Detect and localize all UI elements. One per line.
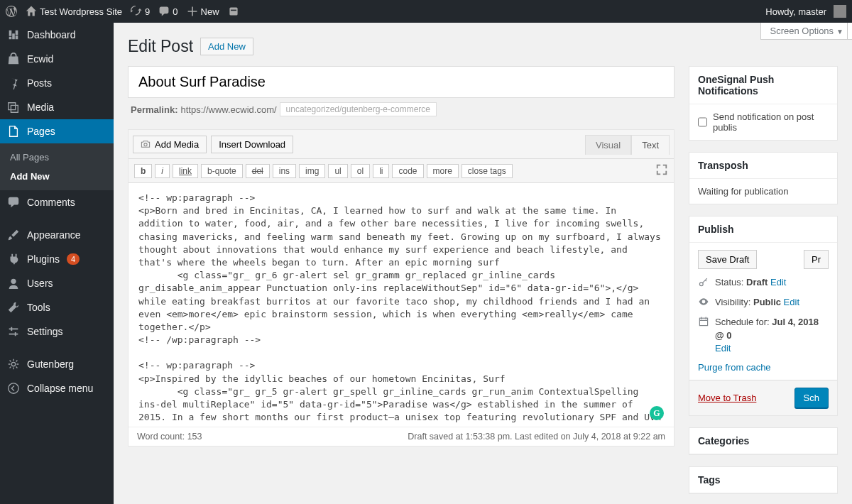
home-icon bbox=[26, 6, 37, 17]
edit-visibility-link[interactable]: Edit bbox=[784, 297, 799, 307]
visual-tab[interactable]: Visual bbox=[585, 135, 631, 155]
add-media-button[interactable]: Add Media bbox=[133, 136, 207, 153]
updates-count: 9 bbox=[145, 6, 150, 17]
draft-saved-status: Draft saved at 1:53:38 pm. Last edited o… bbox=[408, 432, 665, 442]
qt-bquote[interactable]: b-quote bbox=[201, 164, 243, 178]
qt-ol[interactable]: ol bbox=[351, 164, 370, 178]
schedule-button[interactable]: Sch bbox=[794, 388, 829, 408]
sidebar-submenu-pages: All Pages Add New bbox=[0, 143, 114, 190]
screen-options-tab[interactable]: Screen Options▼ bbox=[760, 23, 852, 40]
sidebar-item-pages[interactable]: Pages bbox=[0, 119, 114, 143]
edit-schedule-link[interactable]: Edit bbox=[715, 343, 731, 354]
sidebar-item-collapse[interactable]: Collapse menu bbox=[0, 376, 114, 400]
howdy-label: Howdy, master bbox=[765, 6, 826, 17]
avatar bbox=[834, 5, 846, 18]
admin-sidebar: Dashboard Ecwid Posts Media Pages All Pa… bbox=[0, 23, 114, 504]
qt-img[interactable]: img bbox=[299, 164, 325, 178]
sidebar-label: Users bbox=[27, 278, 53, 289]
onesignal-title: OneSignal Push Notifications bbox=[689, 67, 837, 104]
insert-download-button[interactable]: Insert Download bbox=[211, 136, 293, 153]
purge-cache-link[interactable]: Purge from cache bbox=[698, 362, 771, 373]
sidebar-item-media[interactable]: Media bbox=[0, 95, 114, 119]
admin-bar: Test Wordpress Site 9 0 New Howdy, maste… bbox=[0, 0, 852, 23]
status-label: Status: bbox=[715, 277, 743, 287]
new-link[interactable]: New bbox=[187, 6, 219, 17]
fullscreen-button[interactable] bbox=[655, 163, 668, 178]
status-value: Draft bbox=[746, 277, 768, 287]
comment-icon bbox=[7, 196, 20, 209]
comments-link[interactable]: 0 bbox=[158, 6, 178, 17]
post-title-input[interactable] bbox=[128, 66, 674, 98]
permalink-slug-input[interactable]: uncategorized/gutenberg-e-commerce bbox=[280, 102, 437, 116]
sidebar-label: Media bbox=[27, 102, 54, 113]
brush-icon bbox=[7, 229, 20, 241]
sidebar-item-plugins[interactable]: Plugins4 bbox=[0, 247, 114, 271]
plugin-icon bbox=[7, 253, 20, 265]
publish-box: Publish Save Draft Pr Status: Draft Edit… bbox=[689, 216, 838, 416]
sidebar-item-ecwid[interactable]: Ecwid bbox=[0, 47, 114, 71]
text-tab[interactable]: Text bbox=[631, 135, 670, 155]
chevron-down-icon: ▼ bbox=[836, 28, 843, 35]
media-icon bbox=[7, 101, 20, 114]
wp-logo[interactable] bbox=[6, 6, 17, 17]
key-icon bbox=[698, 276, 709, 287]
sidebar-item-users[interactable]: Users bbox=[0, 271, 114, 295]
svg-point-2 bbox=[11, 279, 16, 284]
site-link[interactable]: Test Wordpress Site bbox=[26, 6, 122, 17]
editor-box: Add Media Insert Download Visual Text b … bbox=[128, 129, 674, 447]
qt-b[interactable]: b bbox=[134, 164, 152, 178]
svg-rect-0 bbox=[229, 7, 237, 15]
permalink-label: Permalink: bbox=[131, 104, 178, 115]
help-tab[interactable]: H bbox=[847, 23, 852, 40]
sidebar-label: Collapse menu bbox=[27, 383, 93, 394]
sidebar-label: Posts bbox=[27, 77, 52, 89]
content-textarea[interactable] bbox=[129, 183, 674, 424]
tags-box[interactable]: Tags bbox=[689, 466, 838, 494]
publish-title: Publish bbox=[689, 217, 837, 243]
tags-title: Tags bbox=[689, 467, 837, 493]
plus-icon bbox=[187, 6, 198, 17]
qt-ul[interactable]: ul bbox=[328, 164, 347, 178]
save-draft-button[interactable]: Save Draft bbox=[698, 250, 757, 269]
qt-link[interactable]: link bbox=[173, 164, 198, 178]
sidebar-sub-add-new[interactable]: Add New bbox=[0, 167, 114, 186]
user-icon bbox=[7, 277, 20, 290]
updates-link[interactable]: 9 bbox=[131, 6, 150, 17]
qt-li[interactable]: li bbox=[373, 164, 389, 178]
plugin-badge: 4 bbox=[67, 253, 80, 265]
onesignal-checkbox[interactable] bbox=[698, 117, 707, 127]
transposh-title: Transposh bbox=[689, 153, 837, 179]
store-link[interactable] bbox=[228, 6, 239, 17]
add-new-button[interactable]: Add New bbox=[200, 38, 253, 55]
new-label: New bbox=[201, 6, 219, 17]
eye-icon bbox=[698, 296, 709, 307]
qt-i[interactable]: i bbox=[155, 164, 170, 178]
comment-icon bbox=[158, 6, 170, 17]
calendar-icon bbox=[698, 316, 709, 327]
account-link[interactable]: Howdy, master bbox=[765, 5, 846, 18]
sidebar-item-posts[interactable]: Posts bbox=[0, 71, 114, 95]
categories-box[interactable]: Categories bbox=[689, 427, 838, 455]
grammarly-icon[interactable] bbox=[650, 406, 664, 420]
qt-ins[interactable]: ins bbox=[273, 164, 296, 178]
edit-status-link[interactable]: Edit bbox=[770, 277, 786, 287]
svg-point-3 bbox=[11, 362, 15, 366]
qt-code[interactable]: code bbox=[392, 164, 423, 178]
qt-more[interactable]: more bbox=[427, 164, 459, 178]
move-to-trash-link[interactable]: Move to Trash bbox=[698, 393, 756, 403]
sidebar-item-dashboard[interactable]: Dashboard bbox=[0, 23, 114, 47]
sidebar-item-appearance[interactable]: Appearance bbox=[0, 223, 114, 247]
sidebar-item-tools[interactable]: Tools bbox=[0, 295, 114, 319]
wordpress-icon bbox=[6, 6, 17, 17]
preview-button[interactable]: Pr bbox=[804, 250, 829, 269]
qt-del[interactable]: del bbox=[246, 164, 270, 178]
visibility-value: Public bbox=[753, 297, 781, 307]
quicktags-toolbar: b i link b-quote del ins img ul ol li co… bbox=[129, 159, 674, 183]
sidebar-label: Tools bbox=[27, 302, 50, 313]
sidebar-item-settings[interactable]: Settings bbox=[0, 319, 114, 344]
sidebar-item-comments[interactable]: Comments bbox=[0, 190, 114, 214]
main-content: Screen Options▼ H Edit Post Add New Perm… bbox=[114, 23, 852, 504]
qt-closetags[interactable]: close tags bbox=[462, 164, 513, 178]
sidebar-sub-all-pages[interactable]: All Pages bbox=[0, 148, 114, 167]
sidebar-item-gutenberg[interactable]: Gutenberg bbox=[0, 352, 114, 376]
